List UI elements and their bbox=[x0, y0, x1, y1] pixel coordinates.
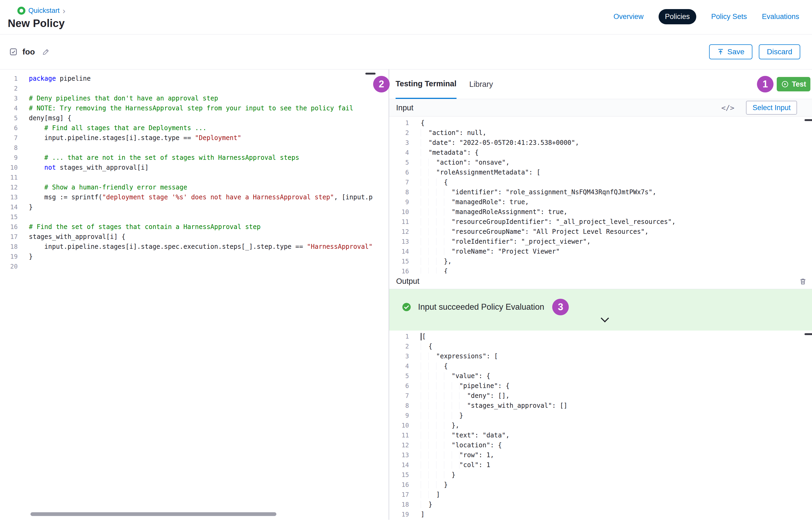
output-json-viewer[interactable]: 1[2 {3 "expressions": [4 {5 "value": {6 … bbox=[389, 331, 812, 520]
editor-scrollbar-thumb[interactable] bbox=[365, 73, 376, 75]
test-button[interactable]: Test bbox=[777, 77, 810, 92]
success-banner-row: Input succeeded Policy Evaluation 3 bbox=[402, 299, 812, 315]
testing-panel: Testing Terminal Library 2 1 Test Input … bbox=[389, 70, 812, 520]
input-title: Input bbox=[396, 103, 413, 112]
breadcrumb: Quickstart › bbox=[17, 6, 66, 15]
nav-policy-sets[interactable]: Policy Sets bbox=[711, 12, 747, 21]
breadcrumb-chevron-icon: › bbox=[62, 7, 66, 14]
new-policy-page: Quickstart › New Policy Overview Policie… bbox=[0, 0, 812, 520]
policy-code-editor[interactable]: 1package pipeline23# Deny pipelines that… bbox=[0, 70, 389, 520]
discard-button[interactable]: Discard bbox=[759, 44, 800, 59]
success-check-icon bbox=[402, 303, 411, 312]
policy-check-icon bbox=[9, 48, 18, 56]
trash-icon[interactable] bbox=[799, 277, 807, 285]
input-json-editor[interactable]: 1{2 "action": null,3 "date": "2022-05-05… bbox=[389, 116, 812, 274]
nav-policies[interactable]: Policies bbox=[659, 9, 696, 24]
code-icon[interactable]: </> bbox=[721, 104, 735, 112]
tab-testing-terminal-label: Testing Terminal bbox=[396, 79, 457, 88]
annotation-1-badge: 1 bbox=[757, 76, 773, 93]
test-button-label: Test bbox=[792, 80, 806, 88]
page-title: New Policy bbox=[8, 17, 66, 29]
input-header-actions: </> Select Input bbox=[721, 101, 797, 114]
header-left: Quickstart › New Policy bbox=[8, 0, 66, 29]
save-button-label: Save bbox=[727, 48, 744, 56]
tab-library[interactable]: Library bbox=[470, 70, 493, 99]
discard-button-label: Discard bbox=[767, 48, 792, 56]
input-scrollbar-thumb[interactable] bbox=[805, 119, 812, 121]
annotation-3-badge: 3 bbox=[552, 299, 569, 315]
page-header: Quickstart › New Policy Overview Policie… bbox=[0, 0, 812, 34]
terminal-tabs: Testing Terminal Library 2 1 Test bbox=[389, 70, 812, 99]
annotation-2-badge: 2 bbox=[373, 76, 390, 93]
editor-horizontal-scrollbar[interactable] bbox=[30, 512, 276, 516]
select-input-label: Select Input bbox=[753, 104, 791, 112]
rego-code[interactable]: 1package pipeline23# Deny pipelines that… bbox=[0, 74, 389, 271]
output-json-code[interactable]: 1[2 {3 "expressions": [4 {5 "value": {6 … bbox=[389, 332, 812, 519]
module-nav: Overview Policies Policy Sets Evaluation… bbox=[613, 9, 803, 24]
play-icon bbox=[781, 80, 789, 88]
nav-evaluations[interactable]: Evaluations bbox=[762, 12, 799, 21]
chevron-down-icon[interactable] bbox=[601, 314, 609, 322]
output-section-header: Output bbox=[389, 274, 812, 289]
content-split: 1package pipeline23# Deny pipelines that… bbox=[0, 70, 812, 520]
policy-toolbar: foo Save Discard bbox=[0, 34, 812, 70]
success-banner: Input succeeded Policy Evaluation 3 bbox=[389, 289, 812, 331]
save-upload-icon bbox=[717, 48, 724, 55]
input-section-header: Input </> Select Input bbox=[389, 99, 812, 116]
edit-policy-name-icon[interactable] bbox=[42, 48, 50, 56]
output-scrollbar-thumb[interactable] bbox=[805, 333, 812, 335]
input-json-code[interactable]: 1{2 "action": null,3 "date": "2022-05-05… bbox=[389, 118, 812, 274]
output-title: Output bbox=[396, 277, 420, 286]
breadcrumb-quickstart-link[interactable]: Quickstart bbox=[28, 6, 59, 15]
tab-library-label: Library bbox=[470, 80, 493, 89]
harness-logo-icon bbox=[17, 7, 25, 15]
save-button[interactable]: Save bbox=[709, 44, 753, 59]
select-input-button[interactable]: Select Input bbox=[746, 101, 797, 114]
toolbar-actions: Save Discard bbox=[709, 44, 800, 59]
nav-overview[interactable]: Overview bbox=[613, 12, 643, 21]
policy-name: foo bbox=[22, 47, 35, 56]
banner-text: Input succeeded Policy Evaluation bbox=[418, 302, 544, 312]
tab-testing-terminal[interactable]: Testing Terminal bbox=[396, 70, 457, 99]
